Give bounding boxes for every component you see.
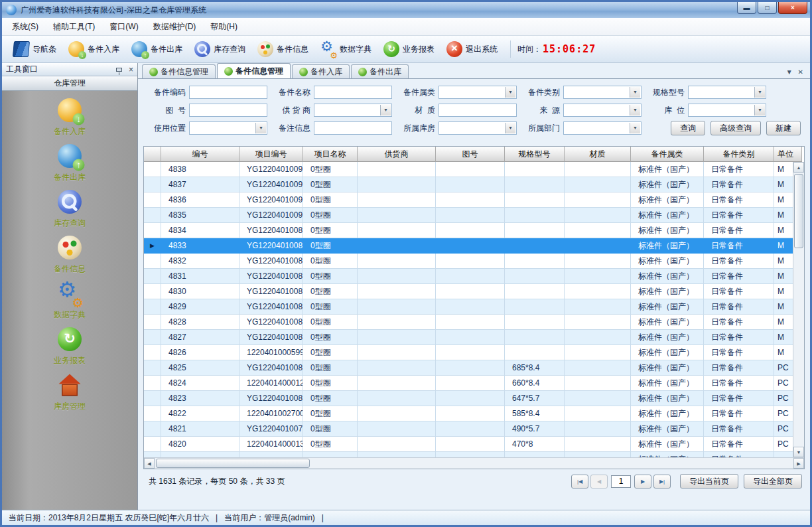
last-page-button[interactable]: ▶| <box>653 475 671 489</box>
vertical-scrollbar[interactable]: ▲ ▼ <box>793 162 804 457</box>
sidebar-item-parts-in[interactable]: 备件入库 <box>2 96 137 137</box>
field-input[interactable] <box>688 86 766 99</box>
table-row[interactable]: 4832YG122040100870型圈标准件（国产）日常备件M <box>144 254 802 269</box>
column-header[interactable]: 备件属类 <box>631 147 704 162</box>
field-input[interactable] <box>314 86 392 99</box>
maximize-button[interactable]: □ <box>758 2 777 14</box>
business-report-button[interactable]: 业务报表 <box>377 38 440 60</box>
sidebar-item-parts-info[interactable]: 备件信息 <box>2 234 137 275</box>
tab-parts-info-management-2[interactable]: 备件信息管理 <box>217 63 291 78</box>
advanced-query-button[interactable]: 高级查询 <box>710 121 761 135</box>
sidebar-section-header[interactable]: 仓库管理 <box>2 76 137 91</box>
horizontal-scrollbar[interactable]: ◀ ▶ <box>144 457 804 469</box>
table-row[interactable]: 标准件（国产）日常备件 <box>144 452 802 457</box>
scroll-right-icon[interactable]: ▶ <box>793 458 804 469</box>
close-sidebar-icon[interactable]: × <box>129 66 133 74</box>
table-cell <box>565 376 631 391</box>
minimize-button[interactable]: ▬ <box>737 2 756 14</box>
export-all-pages-button[interactable]: 导出全部页 <box>744 474 802 489</box>
close-button[interactable]: × <box>778 2 807 14</box>
parts-out-button[interactable]: 备件出库 <box>125 38 188 60</box>
current-user-text: 当前用户：管理员(admin) <box>224 512 315 524</box>
data-dictionary-button[interactable]: 数据字典 <box>314 38 377 60</box>
table-row[interactable]: 4835YG122040100900型圈标准件（国产）日常备件M <box>144 208 802 223</box>
vertical-scroll-thumb[interactable] <box>794 174 803 248</box>
field-input[interactable] <box>314 104 392 117</box>
row-indicator <box>144 208 161 223</box>
menu-item[interactable]: 帮助(H) <box>203 18 245 35</box>
column-header[interactable]: 项目名称 <box>303 147 358 162</box>
menu-item[interactable]: 数据维护(D) <box>146 18 204 35</box>
table-row[interactable]: 482212204010027000型圈585*8.4标准件（国产）日常备件PC <box>144 406 802 421</box>
scroll-up-icon[interactable]: ▲ <box>793 162 804 173</box>
table-row[interactable]: 4836YG122040100910型圈标准件（国产）日常备件M <box>144 192 802 208</box>
table-row[interactable]: 4830YG122040100850型圈标准件（国产）日常备件M <box>144 284 802 299</box>
table-row[interactable]: 4823YG122040100800型圈647*5.7标准件（国产）日常备件PC <box>144 391 802 406</box>
table-row[interactable]: ▶4833YG122040100880型圈标准件（国产）日常备件M <box>144 238 802 254</box>
pin-icon[interactable] <box>116 68 122 72</box>
close-tab-icon[interactable]: ✕ <box>798 68 803 76</box>
menu-item[interactable]: 辅助工具(T) <box>46 18 102 35</box>
field-input[interactable] <box>189 121 267 135</box>
search-field: 备件属类 <box>397 86 521 99</box>
table-row[interactable]: 482612204010005990型圈标准件（国产）日常备件M <box>144 345 802 360</box>
exit-system-button[interactable]: 退出系统 <box>440 38 504 60</box>
sidebar-item-business-report[interactable]: 业务报表 <box>2 325 137 366</box>
column-header[interactable]: 项目编号 <box>239 147 303 162</box>
tab-parts-in[interactable]: 备件入库 <box>292 64 350 78</box>
prev-page-button[interactable]: ◀ <box>590 475 608 489</box>
sidebar-item-data-dictionary[interactable]: 数据字典 <box>2 279 137 321</box>
sidebar-item-inventory-query[interactable]: 库存查询 <box>2 188 137 229</box>
table-row[interactable]: 4828YG122040100830型圈标准件（国产）日常备件M <box>144 315 802 330</box>
field-input[interactable] <box>439 121 517 135</box>
field-input[interactable] <box>189 86 267 99</box>
export-current-page-button[interactable]: 导出当前页 <box>680 474 738 489</box>
table-row[interactable]: 4825YG122040100810型圈685*8.4标准件（国产）日常备件PC <box>144 360 802 376</box>
new-button[interactable]: 新建 <box>766 121 801 135</box>
column-header[interactable]: 图号 <box>436 147 505 162</box>
table-row[interactable]: 4827YG122040100820型圈标准件（国产）日常备件M <box>144 330 802 345</box>
field-input[interactable] <box>563 104 642 117</box>
scroll-down-icon[interactable]: ▼ <box>793 447 804 457</box>
search-buttons: 查询 高级查询 新建 <box>671 121 801 135</box>
table-row[interactable]: 482012204014000130型圈470*8标准件（国产）日常备件PC <box>144 437 802 452</box>
column-header[interactable]: 材质 <box>565 147 631 162</box>
scroll-left-icon[interactable]: ◀ <box>144 458 155 469</box>
field-input[interactable] <box>563 121 642 135</box>
query-button[interactable]: 查询 <box>671 121 705 135</box>
page-number-input[interactable] <box>611 475 631 488</box>
tab-parts-out[interactable]: 备件出库 <box>351 64 409 78</box>
column-header[interactable]: 备件类别 <box>704 147 774 162</box>
menu-item[interactable]: 窗口(W) <box>102 18 145 35</box>
sidebar-item-parts-out[interactable]: 备件出库 <box>2 142 137 183</box>
column-header[interactable]: 供货商 <box>358 147 436 162</box>
column-header[interactable]: 单位 <box>774 147 802 162</box>
field-input[interactable] <box>439 104 517 117</box>
inventory-query-button[interactable]: 库存查询 <box>188 38 251 60</box>
table-cell <box>565 269 631 284</box>
parts-info-button[interactable]: 备件信息 <box>251 38 314 60</box>
table-row[interactable]: 4838YG122040100930型圈标准件（国产）日常备件M <box>144 162 802 177</box>
table-row[interactable]: 4837YG122040100920型圈标准件（国产）日常备件M <box>144 177 802 192</box>
menu-item[interactable]: 系统(S) <box>5 18 46 35</box>
horizontal-scroll-thumb[interactable] <box>156 459 310 468</box>
table-row[interactable]: 4831YG122040100860型圈标准件（国产）日常备件M <box>144 269 802 284</box>
field-input[interactable] <box>563 86 642 99</box>
tab-list-dropdown-icon[interactable]: ▼ <box>786 68 793 76</box>
column-header[interactable]: 编号 <box>161 147 239 162</box>
tab-parts-info-management-1[interactable]: 备件信息管理 <box>142 64 216 78</box>
field-input[interactable] <box>688 104 766 117</box>
sidebar-item-warehouse[interactable]: 库房管理 <box>2 371 137 412</box>
field-input[interactable] <box>189 104 267 117</box>
navbar-button[interactable]: 导航条 <box>7 38 62 60</box>
parts-in-button[interactable]: 备件入库 <box>62 38 125 60</box>
next-page-button[interactable]: ▶ <box>634 475 651 489</box>
table-row[interactable]: 4834YG122040100890型圈标准件（国产）日常备件M <box>144 223 802 238</box>
first-page-button[interactable]: |◀ <box>571 475 588 489</box>
field-input[interactable] <box>314 121 392 135</box>
table-row[interactable]: 4821YG122040100790型圈490*5.7标准件（国产）日常备件PC <box>144 421 802 437</box>
table-row[interactable]: 482412204014000120型圈660*8.4标准件（国产）日常备件PC <box>144 376 802 391</box>
field-input[interactable] <box>439 86 517 99</box>
column-header[interactable]: 规格型号 <box>505 147 565 162</box>
table-row[interactable]: 4829YG122040100840型圈标准件（国产）日常备件M <box>144 299 802 315</box>
